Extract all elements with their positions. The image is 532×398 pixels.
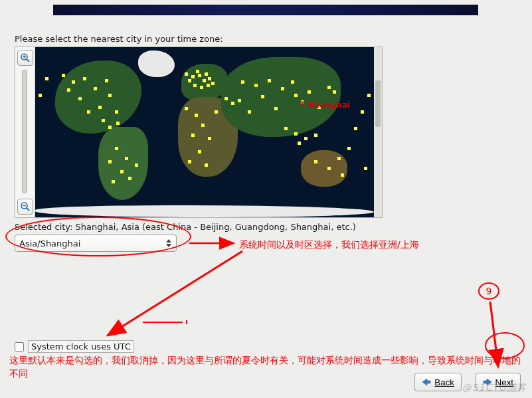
city-dot[interactable]	[337, 157, 341, 160]
svg-line-10	[108, 251, 242, 336]
city-dot[interactable]	[241, 80, 244, 84]
city-dot[interactable]	[39, 94, 42, 97]
city-dot[interactable]	[191, 75, 195, 78]
annotation-dropdown-note: 系统时间以及时区选择，我们选择亚洲/上海	[239, 239, 419, 251]
city-dot[interactable]	[185, 72, 188, 76]
zoom-out-button[interactable]	[17, 199, 33, 215]
city-dot[interactable]	[200, 86, 203, 89]
city-dot[interactable]	[195, 114, 198, 117]
city-dot[interactable]	[354, 127, 357, 130]
city-dot[interactable]	[191, 134, 195, 137]
city-dot[interactable]	[128, 177, 132, 180]
city-dot[interactable]	[201, 124, 205, 127]
city-dot[interactable]	[248, 110, 251, 114]
city-dot[interactable]	[211, 82, 215, 85]
city-dot[interactable]	[327, 86, 331, 89]
map-viewport[interactable]: x Shanghai	[35, 47, 374, 217]
scrollbar-vertical[interactable]	[374, 47, 382, 217]
city-dot[interactable]	[361, 110, 364, 114]
city-dot[interactable]	[135, 163, 138, 167]
zoom-in-button[interactable]	[17, 50, 33, 66]
city-dot[interactable]	[198, 150, 201, 153]
city-dot[interactable]	[87, 110, 90, 114]
city-dot[interactable]	[83, 77, 86, 80]
city-dot[interactable]	[196, 70, 199, 73]
city-dot[interactable]	[125, 157, 128, 160]
city-dot[interactable]	[281, 87, 284, 90]
landmass	[138, 50, 175, 77]
city-dot[interactable]	[367, 94, 371, 97]
city-dot[interactable]	[78, 97, 82, 100]
city-dot[interactable]	[314, 160, 317, 163]
city-dot[interactable]	[215, 110, 218, 114]
city-dot[interactable]	[205, 72, 208, 76]
city-dot[interactable]	[108, 94, 112, 97]
annotation-line	[143, 319, 189, 326]
dropdown-stepper-icon	[164, 237, 173, 249]
zoom-slider[interactable]	[22, 70, 27, 193]
city-dot[interactable]	[274, 107, 278, 110]
city-dot[interactable]	[193, 84, 197, 87]
city-dot[interactable]	[188, 160, 191, 163]
city-dot[interactable]	[268, 79, 271, 82]
city-dot[interactable]	[112, 180, 115, 183]
city-dot[interactable]	[291, 80, 294, 84]
city-dot[interactable]	[231, 102, 234, 105]
city-dot[interactable]	[238, 99, 241, 102]
city-dot[interactable]	[185, 107, 188, 110]
city-dot[interactable]	[116, 122, 120, 125]
city-dot[interactable]	[72, 80, 75, 84]
city-dot[interactable]	[203, 79, 206, 82]
back-button-label: Back	[434, 377, 454, 387]
svg-line-5	[27, 208, 29, 211]
city-dot[interactable]	[108, 160, 112, 163]
city-dot[interactable]	[205, 163, 208, 167]
utc-checkbox-label[interactable]: System clock uses UTC	[28, 340, 134, 353]
city-dot[interactable]	[208, 137, 211, 140]
city-dot[interactable]	[98, 106, 102, 109]
city-dot[interactable]	[254, 84, 258, 87]
city-dot[interactable]	[333, 90, 336, 94]
prompt-label: Please select the nearest city in your t…	[15, 34, 223, 44]
city-dot[interactable]	[304, 137, 308, 140]
city-dot[interactable]	[207, 84, 210, 87]
annotation-step-number: 9	[478, 282, 499, 300]
svg-line-1	[27, 59, 29, 62]
city-dot[interactable]	[261, 95, 264, 98]
scrollbar-thumb[interactable]	[375, 80, 381, 127]
timezone-map[interactable]: x Shanghai	[15, 47, 383, 218]
city-dot[interactable]	[62, 74, 65, 77]
zoom-in-icon	[20, 52, 31, 63]
city-dot[interactable]	[120, 170, 124, 173]
city-dot[interactable]	[308, 90, 311, 94]
city-dot[interactable]	[314, 134, 317, 137]
city-dot[interactable]	[208, 77, 211, 80]
city-dot[interactable]	[188, 79, 191, 82]
landmass	[35, 205, 374, 217]
city-dot[interactable]	[102, 119, 105, 122]
city-dot[interactable]	[347, 147, 351, 150]
city-dot[interactable]	[327, 167, 331, 170]
city-dot[interactable]	[67, 88, 70, 92]
selected-city-label: Selected city: Shanghai, Asia (east Chin…	[15, 222, 356, 232]
back-button[interactable]: Back	[414, 373, 462, 391]
city-dot[interactable]	[115, 110, 118, 114]
utc-checkbox[interactable]	[15, 342, 24, 351]
city-dot[interactable]	[341, 173, 344, 177]
city-dot[interactable]	[284, 127, 288, 130]
svg-marker-15	[422, 379, 430, 385]
city-dot[interactable]	[108, 126, 112, 129]
city-dot[interactable]	[298, 142, 301, 145]
watermark: @51CTO博客	[462, 382, 527, 394]
city-dot[interactable]	[224, 97, 228, 100]
city-dot[interactable]	[94, 87, 97, 90]
city-dot[interactable]	[294, 132, 298, 136]
city-dot[interactable]	[198, 74, 201, 77]
city-dot[interactable]	[45, 77, 48, 80]
city-dot[interactable]	[105, 79, 108, 82]
timezone-select[interactable]: Asia/Shanghai	[15, 235, 177, 252]
city-dot[interactable]	[115, 147, 118, 150]
header-banner	[53, 5, 478, 15]
city-dot[interactable]	[364, 167, 367, 170]
city-dot[interactable]	[294, 94, 298, 97]
